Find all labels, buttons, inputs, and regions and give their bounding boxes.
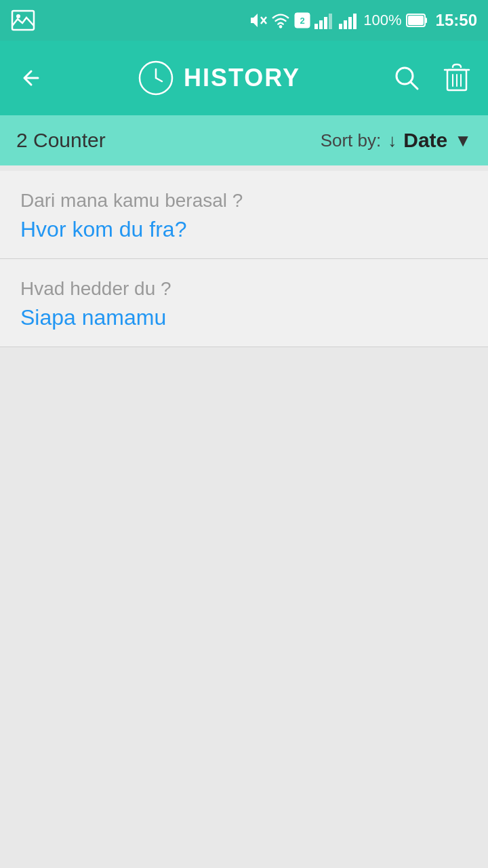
back-button[interactable] bbox=[16, 63, 46, 93]
dropdown-arrow-icon[interactable]: ▼ bbox=[454, 130, 472, 151]
history-list: Dari mana kamu berasal ? Hvor kom du fra… bbox=[0, 165, 488, 868]
status-time: 15:50 bbox=[436, 11, 477, 30]
svg-line-22 bbox=[411, 82, 418, 89]
delete-button[interactable] bbox=[442, 63, 472, 93]
list-item[interactable]: Dari mana kamu berasal ? Hvor kom du fra… bbox=[0, 171, 488, 259]
search-icon bbox=[393, 64, 420, 92]
svg-rect-16 bbox=[408, 16, 424, 25]
item-original-text: Dari mana kamu berasal ? bbox=[20, 190, 468, 212]
sim2-icon: 2 bbox=[294, 12, 310, 28]
svg-point-4 bbox=[279, 25, 283, 28]
search-button[interactable] bbox=[392, 63, 422, 93]
status-bar: 2 100% 15:50 bbox=[0, 0, 488, 41]
back-arrow-icon bbox=[19, 66, 43, 90]
signal-bars-icon bbox=[314, 12, 335, 29]
svg-rect-11 bbox=[339, 24, 342, 29]
item-translation-text: Siapa namamu bbox=[20, 305, 468, 330]
toolbar: HISTORY bbox=[0, 41, 488, 115]
signal-strength-icon bbox=[339, 12, 359, 29]
sort-area[interactable]: Sort by: ↓ Date ▼ bbox=[321, 129, 472, 152]
battery-icon bbox=[406, 14, 428, 27]
svg-rect-14 bbox=[353, 14, 357, 29]
svg-line-20 bbox=[156, 78, 162, 81]
list-item[interactable]: Hvad hedder du ? Siapa namamu bbox=[0, 259, 488, 347]
battery-percentage: 100% bbox=[363, 12, 401, 29]
gallery-icon bbox=[11, 8, 35, 33]
status-bar-left bbox=[11, 8, 35, 33]
toolbar-center: HISTORY bbox=[46, 60, 392, 96]
svg-rect-8 bbox=[319, 20, 323, 29]
svg-rect-17 bbox=[425, 18, 427, 23]
svg-rect-10 bbox=[329, 14, 332, 29]
sort-direction-icon: ↓ bbox=[388, 130, 396, 151]
clock-icon bbox=[138, 60, 174, 96]
item-original-text: Hvad hedder du ? bbox=[20, 278, 468, 300]
svg-rect-12 bbox=[344, 20, 347, 29]
filter-bar: 2 Counter Sort by: ↓ Date ▼ bbox=[0, 115, 488, 165]
sort-value: Date bbox=[403, 129, 447, 152]
sort-by-label: Sort by: bbox=[321, 130, 382, 151]
svg-rect-7 bbox=[314, 24, 318, 29]
counter-label: 2 Counter bbox=[16, 129, 106, 152]
toolbar-title: HISTORY bbox=[184, 64, 300, 92]
svg-rect-13 bbox=[348, 17, 352, 29]
item-translation-text: Hvor kom du fra? bbox=[20, 217, 468, 242]
trash-icon bbox=[443, 63, 470, 93]
status-bar-right: 2 100% 15:50 bbox=[248, 11, 477, 30]
mute-icon bbox=[248, 11, 267, 30]
svg-point-1 bbox=[16, 14, 20, 18]
toolbar-right bbox=[392, 63, 472, 93]
wifi-icon bbox=[271, 11, 290, 30]
svg-text:2: 2 bbox=[300, 16, 305, 26]
svg-rect-9 bbox=[324, 17, 327, 29]
